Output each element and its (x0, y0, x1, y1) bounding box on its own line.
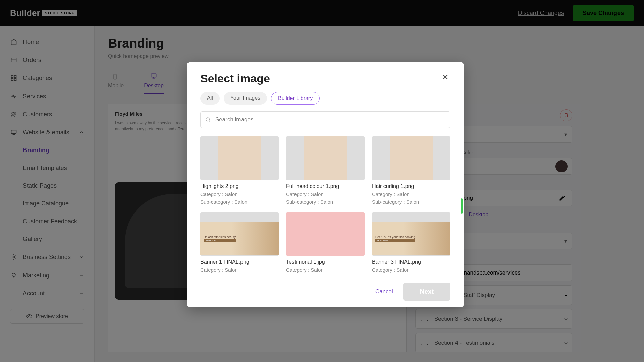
image-subcategory: Sub-category : Salon (286, 199, 365, 205)
image-name: Full head colour 1.png (286, 183, 365, 189)
modal-header: Select image (187, 62, 464, 90)
banner-text: Unlock effortless beauty (204, 235, 236, 239)
image-thumbnail (286, 212, 365, 256)
image-card[interactable]: Testimonal 1.jpg Category : Salon (286, 212, 365, 273)
image-category: Category : Salon (200, 191, 279, 197)
image-card[interactable]: Hair curling 1.png Category : Salon Sub-… (372, 136, 450, 205)
image-subcategory: Sub-category : Salon (200, 199, 279, 205)
image-thumbnail (200, 136, 279, 180)
image-thumbnail (372, 136, 450, 180)
image-category: Category : Salon (286, 267, 365, 273)
image-card[interactable]: Unlock effortless beautyBook now Banner … (200, 212, 279, 273)
image-name: Banner 1 FINAL.png (200, 259, 279, 265)
image-name: Hair curling 1.png (372, 183, 450, 189)
modal-tabs: All Your Images Builder Library (187, 92, 464, 105)
cancel-link[interactable]: Cancel (375, 288, 393, 295)
image-thumbnail: Get 10% off your first bookingBook now (372, 212, 450, 256)
image-thumbnail: Unlock effortless beautyBook now (200, 212, 279, 256)
search-input[interactable] (200, 111, 450, 128)
scrollbar-thumb[interactable] (461, 198, 463, 214)
modal-body: Highlights 2.png Category : Salon Sub-ca… (187, 128, 464, 276)
image-name: Highlights 2.png (200, 183, 279, 189)
modal-title: Select image (200, 72, 270, 85)
modal-tab-your-images[interactable]: Your Images (224, 92, 267, 105)
modal-tab-all[interactable]: All (200, 92, 220, 105)
image-thumbnail (286, 136, 365, 180)
image-name: Banner 3 FINAL.png (372, 259, 450, 265)
image-card[interactable]: Full head colour 1.png Category : Salon … (286, 136, 365, 205)
image-category: Category : Salon (200, 267, 279, 273)
image-card[interactable]: Get 10% off your first bookingBook now B… (372, 212, 450, 273)
next-button[interactable]: Next (403, 283, 450, 301)
image-category: Category : Salon (372, 267, 450, 273)
modal-footer: Cancel Next (187, 276, 464, 307)
image-card[interactable]: Highlights 2.png Category : Salon Sub-ca… (200, 136, 279, 205)
svg-point-13 (206, 118, 210, 121)
banner-text: Get 10% off your first booking (375, 235, 415, 239)
modal-tab-builder-library[interactable]: Builder Library (271, 92, 320, 105)
banner-cta: Book now (204, 239, 236, 242)
close-icon (441, 73, 449, 81)
close-button[interactable] (440, 72, 450, 82)
search-wrapper (200, 111, 450, 128)
select-image-modal: Select image All Your Images Builder Lib… (187, 62, 464, 307)
image-category: Category : Salon (286, 191, 365, 197)
banner-cta: Book now (375, 239, 415, 242)
image-grid: Highlights 2.png Category : Salon Sub-ca… (200, 136, 450, 273)
image-category: Category : Salon (372, 191, 450, 197)
image-name: Testimonal 1.jpg (286, 259, 365, 265)
image-subcategory: Sub-category : Salon (372, 199, 450, 205)
search-icon (205, 117, 211, 123)
